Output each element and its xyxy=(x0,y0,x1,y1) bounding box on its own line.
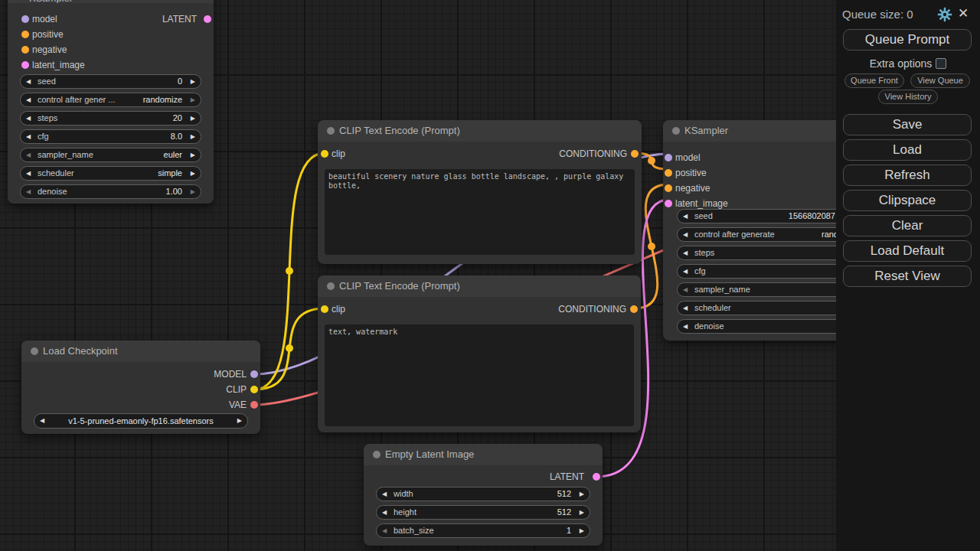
extra-options-checkbox[interactable] xyxy=(936,58,946,69)
port-dot[interactable] xyxy=(630,305,638,313)
decrement-arrow-icon[interactable]: ◀ xyxy=(683,320,688,333)
prompt-textarea[interactable]: text, watermark xyxy=(325,324,634,426)
increment-arrow-icon[interactable]: ▶ xyxy=(191,130,195,143)
node-titlebar[interactable]: Load Checkpoint xyxy=(21,341,260,362)
decrement-arrow-icon[interactable]: ◀ xyxy=(382,506,387,519)
widget-width[interactable]: ◀ width 512 ▶ xyxy=(376,487,590,501)
widget-label: sampler_name xyxy=(694,283,750,296)
decrement-arrow-icon[interactable]: ◀ xyxy=(26,93,31,106)
extra-options-row: Extra options xyxy=(836,57,980,70)
prompt-textarea[interactable]: beautiful scenery nature glass bottle la… xyxy=(325,169,635,255)
queue-size-label: Queue size: 0 xyxy=(842,8,913,21)
widget-seed[interactable]: ◀ seed 0 ▶ xyxy=(20,74,201,89)
load-button[interactable]: Load xyxy=(843,139,972,161)
widget-cfg[interactable]: ◀ cfg 8.0 ▶ xyxy=(20,129,201,144)
decrement-arrow-icon[interactable]: ◀ xyxy=(26,112,31,125)
port-label: CONDITIONING xyxy=(558,304,626,315)
port-label: MODEL xyxy=(214,369,247,380)
increment-arrow-icon[interactable]: ▶ xyxy=(191,75,195,88)
input-port-negative: negative xyxy=(663,181,831,196)
input-port-negative: negative xyxy=(8,42,207,57)
input-port-positive: positive xyxy=(8,27,207,42)
decrement-arrow-icon[interactable]: ◀ xyxy=(683,265,688,278)
collapse-dot-icon[interactable] xyxy=(373,451,381,458)
widget-sampler-name[interactable]: ◀ sampler_name euler ▶ xyxy=(20,148,201,162)
port-dot[interactable] xyxy=(665,154,672,161)
widget-value: simple xyxy=(158,167,182,180)
widget-steps[interactable]: ◀ steps 20 ▶ xyxy=(20,111,201,126)
port-dot[interactable] xyxy=(21,46,29,54)
decrement-arrow-icon[interactable]: ◀ xyxy=(382,487,387,500)
node-titlebar[interactable]: KSampler xyxy=(8,0,214,3)
widget-scheduler[interactable]: ◀ scheduler simple ▶ xyxy=(20,166,201,181)
decrement-arrow-icon[interactable]: ◀ xyxy=(683,246,688,259)
decrement-arrow-icon[interactable]: ◀ xyxy=(683,283,688,296)
port-dot[interactable] xyxy=(21,31,29,38)
widget-ckpt-name[interactable]: ◀ v1-5-pruned-emaonly-fp16.safetensors ▶ xyxy=(34,413,248,429)
port-dot[interactable] xyxy=(593,473,600,481)
decrement-arrow-icon[interactable]: ◀ xyxy=(26,185,31,198)
port-dot[interactable] xyxy=(250,386,258,393)
widget-value: 1566802087 xyxy=(678,210,835,223)
widget-label: denoise xyxy=(694,320,724,333)
node-titlebar[interactable]: CLIP Text Encode (Prompt) xyxy=(318,120,642,142)
queue-front-button[interactable]: Queue Front xyxy=(844,73,904,88)
queue-prompt-button[interactable]: Queue Prompt xyxy=(843,29,972,51)
widget-value: euler xyxy=(164,148,182,161)
widget-label: denoise xyxy=(38,185,67,198)
decrement-arrow-icon[interactable]: ◀ xyxy=(26,167,31,180)
collapse-dot-icon[interactable] xyxy=(327,282,335,290)
extra-options-label: Extra options xyxy=(870,57,933,70)
increment-arrow-icon[interactable]: ▶ xyxy=(191,112,195,125)
input-port-positive: positive xyxy=(663,165,831,181)
save-button[interactable]: Save xyxy=(843,114,972,135)
decrement-arrow-icon[interactable]: ◀ xyxy=(26,75,31,88)
widget-height[interactable]: ◀ height 512 ▶ xyxy=(376,505,590,520)
link-midpoint-dot xyxy=(648,243,655,250)
increment-arrow-icon[interactable]: ▶ xyxy=(580,506,584,519)
collapse-dot-icon[interactable] xyxy=(672,127,680,135)
port-dot[interactable] xyxy=(204,15,211,23)
collapse-dot-icon[interactable] xyxy=(327,127,335,135)
widget-value: 20 xyxy=(173,112,182,125)
node-titlebar[interactable]: CLIP Text Encode (Prompt) xyxy=(318,276,641,297)
decrement-arrow-icon[interactable]: ◀ xyxy=(382,524,387,537)
widget-batch-size[interactable]: ◀ batch_size 1 ▶ xyxy=(376,523,590,538)
widget-label: steps xyxy=(38,112,57,125)
widget-control-after-generate[interactable]: ◀ control after gener ... randomize ▶ xyxy=(20,93,201,107)
increment-arrow-icon[interactable]: ▶ xyxy=(191,167,195,180)
increment-arrow-icon[interactable]: ▶ xyxy=(580,487,584,500)
collapse-dot-icon[interactable] xyxy=(31,347,38,355)
next-arrow-icon[interactable]: ▶ xyxy=(237,414,242,428)
reset-view-button[interactable]: Reset View xyxy=(843,266,972,287)
increment-arrow-icon[interactable]: ▶ xyxy=(580,524,584,537)
clipspace-button[interactable]: Clipspace xyxy=(843,190,972,211)
increment-arrow-icon[interactable]: ▶ xyxy=(191,148,195,161)
port-dot[interactable] xyxy=(21,61,29,69)
decrement-arrow-icon[interactable]: ◀ xyxy=(683,302,688,315)
port-dot[interactable] xyxy=(631,150,639,158)
port-dot[interactable] xyxy=(250,370,258,378)
clear-button[interactable]: Clear xyxy=(843,215,972,236)
increment-arrow-icon[interactable]: ▶ xyxy=(191,185,195,198)
refresh-button[interactable]: Refresh xyxy=(843,165,972,186)
close-icon[interactable]: ✕ xyxy=(958,5,969,21)
decrement-arrow-icon[interactable]: ◀ xyxy=(26,130,31,143)
increment-arrow-icon[interactable]: ▶ xyxy=(191,93,195,106)
port-dot[interactable] xyxy=(665,200,672,207)
port-label: positive xyxy=(675,168,707,178)
widget-denoise[interactable]: ◀ denoise 1.00 ▶ xyxy=(20,184,201,199)
port-dot[interactable] xyxy=(665,184,672,192)
load-default-button[interactable]: Load Default xyxy=(843,240,972,262)
view-history-button[interactable]: View History xyxy=(878,90,938,104)
node-clip-text-encode-negative: CLIP Text Encode (Prompt) clip CONDITION… xyxy=(318,276,641,432)
settings-gear-icon[interactable] xyxy=(937,7,952,22)
node-titlebar[interactable]: Empty Latent Image xyxy=(364,444,603,465)
decrement-arrow-icon[interactable]: ◀ xyxy=(26,148,31,161)
port-dot[interactable] xyxy=(250,401,258,409)
port-dot[interactable] xyxy=(665,169,672,177)
widget-value: 512 xyxy=(557,487,571,500)
node-graph-canvas[interactable]: KSampler model LATENT positive negative … xyxy=(0,0,980,551)
view-queue-button[interactable]: View Queue xyxy=(910,73,970,88)
widget-value: 0 xyxy=(178,75,182,88)
